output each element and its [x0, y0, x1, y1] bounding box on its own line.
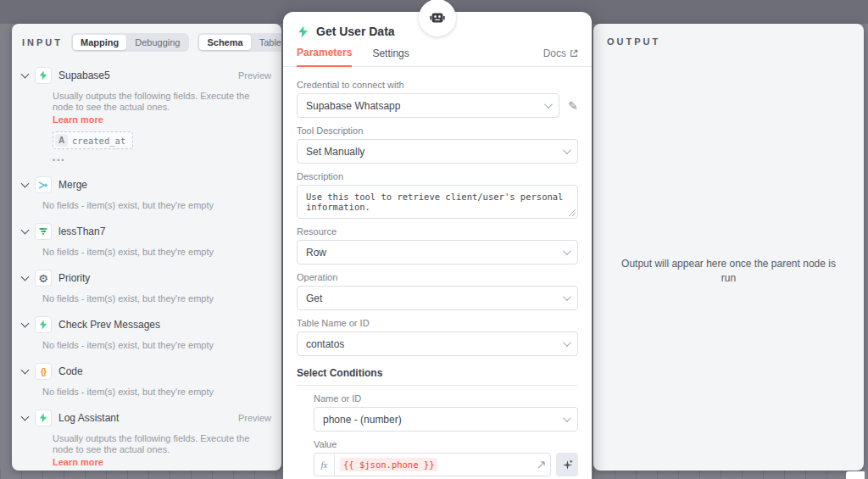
- chevron-down-icon: [563, 146, 571, 154]
- condition-name-value: phone - (number): [323, 414, 402, 426]
- filter-icon: [35, 223, 52, 240]
- preview-tag: Preview: [238, 413, 271, 423]
- chevron-down-icon: [563, 247, 571, 255]
- learn-more-link[interactable]: Learn more: [53, 114, 271, 125]
- string-type-icon: A: [55, 134, 68, 147]
- input-panel-title: INPUT: [22, 37, 63, 47]
- chevron-down-icon: [563, 414, 571, 422]
- node-name: Priority: [58, 272, 90, 284]
- resource-label: Resource: [297, 226, 578, 237]
- field-badge-label: created_at: [72, 136, 125, 146]
- chevron-down-icon: [544, 100, 553, 109]
- edit-credential-icon[interactable]: ✎: [568, 99, 578, 113]
- node-empty-caption: No fields - item(s) exist, but they're e…: [42, 293, 271, 304]
- supabase-icon: [35, 316, 52, 333]
- operation-label: Operation: [297, 272, 578, 282]
- code-braces-icon: {}: [35, 363, 52, 380]
- docs-label: Docs: [543, 47, 566, 59]
- output-empty-message: Output will appear here once the parent …: [615, 257, 843, 286]
- ai-agent-avatar: [419, 0, 456, 36]
- table-name-label: Table Name or ID: [297, 318, 578, 328]
- tab-table[interactable]: Table: [252, 35, 281, 50]
- node-row-lessthan7[interactable]: lessThan7: [22, 222, 271, 241]
- external-link-icon: [570, 49, 578, 58]
- preview-tag: Preview: [238, 70, 271, 81]
- tab-parameters[interactable]: Parameters: [297, 47, 352, 67]
- node-empty-caption: No fields - item(s) exist, but they're e…: [42, 247, 271, 258]
- node-empty-caption: No fields - item(s) exist, but they're e…: [42, 200, 271, 211]
- operation-value: Get: [306, 292, 322, 304]
- node-preview-caption: Usually outputs the following fields. Ex…: [53, 91, 271, 113]
- node-row-log-assistant[interactable]: Log Assistant Preview: [22, 409, 271, 427]
- chevron-down-icon: [21, 273, 30, 281]
- tool-description-value: Set Manually: [306, 146, 364, 158]
- input-view-toggle: Schema Table JSON: [198, 33, 281, 52]
- tool-description-label: Tool Description: [297, 125, 578, 136]
- resource-select[interactable]: Row: [297, 240, 578, 265]
- input-panel: INPUT Mapping Debugging Schema Table JSO…: [12, 24, 281, 471]
- condition-value-input[interactable]: fx {{ $json.phone }}: [314, 453, 551, 476]
- node-row-priority[interactable]: ⚙ Priority: [22, 269, 271, 287]
- credential-label: Credential to connect with: [297, 80, 578, 90]
- description-textarea[interactable]: Use this tool to retrieve client/user's …: [297, 185, 578, 219]
- field-badge-created-at[interactable]: A created_at: [53, 131, 133, 149]
- resource-value: Row: [306, 247, 326, 259]
- node-name: Supabase5: [58, 70, 110, 81]
- tab-debugging[interactable]: Debugging: [127, 35, 187, 50]
- gear-icon: ⚙: [35, 270, 52, 287]
- description-value: Use this tool to retrieve client/user's …: [306, 192, 563, 212]
- node-name: Code: [58, 365, 83, 377]
- tab-settings[interactable]: Settings: [372, 47, 409, 66]
- chevron-down-icon: [21, 70, 30, 79]
- condition-name-label: Name or ID: [314, 393, 578, 404]
- chevron-down-icon: [21, 226, 30, 235]
- chevron-down-icon: [21, 180, 30, 188]
- ai-assist-button[interactable]: [556, 453, 578, 476]
- chevron-down-icon: [21, 413, 30, 421]
- bottom-right-widget: [846, 471, 865, 479]
- node-empty-caption: No fields - item(s) exist, but they're e…: [42, 387, 271, 398]
- node-row-merge[interactable]: Merge: [22, 175, 271, 194]
- input-node-list: Supabase5 Preview Usually outputs the fo…: [12, 57, 281, 471]
- merge-icon: [35, 176, 52, 193]
- output-panel-title: OUTPUT: [607, 36, 660, 47]
- more-fields-ellipsis[interactable]: •••: [53, 156, 271, 164]
- docs-link[interactable]: Docs: [543, 47, 578, 66]
- node-row-supabase5[interactable]: Supabase5 Preview: [22, 66, 271, 85]
- expand-expression-icon[interactable]: [537, 461, 545, 469]
- resize-handle[interactable]: [569, 209, 576, 216]
- tab-mapping[interactable]: Mapping: [73, 35, 126, 50]
- condition-value-label: Value: [314, 439, 578, 449]
- node-name: Merge: [58, 179, 87, 191]
- operation-select[interactable]: Get: [297, 286, 578, 310]
- fx-expression-icon[interactable]: fx: [314, 454, 335, 476]
- node-name: Log Assistant: [58, 412, 119, 424]
- tool-description-select[interactable]: Set Manually: [297, 139, 578, 164]
- chevron-down-icon: [21, 320, 30, 328]
- select-conditions-header: Select Conditions: [297, 367, 578, 386]
- supabase-icon: [35, 67, 52, 84]
- credential-value: Supabase Whatsapp: [306, 100, 400, 112]
- node-name: lessThan7: [58, 226, 105, 237]
- table-name-select[interactable]: contatos: [297, 331, 578, 356]
- node-name: Check Prev Messages: [58, 319, 160, 331]
- table-name-value: contatos: [306, 338, 344, 350]
- node-empty-caption: No fields - item(s) exist, but they're e…: [42, 340, 271, 351]
- learn-more-link[interactable]: Learn more: [53, 457, 271, 467]
- node-row-check-prev-messages[interactable]: Check Prev Messages: [22, 315, 271, 334]
- node-row-code[interactable]: {} Code: [22, 362, 271, 381]
- input-mode-toggle: Mapping Debugging: [71, 33, 189, 52]
- expression-value: {{ $json.phone }}: [340, 458, 437, 471]
- credential-select[interactable]: Supabase Whatsapp: [297, 93, 559, 118]
- output-panel: OUTPUT Output will appear here once the …: [593, 24, 864, 471]
- robot-icon: [428, 8, 447, 27]
- node-preview-caption: Usually outputs the following fields. Ex…: [53, 433, 271, 455]
- chevron-down-icon: [563, 338, 571, 347]
- condition-name-select[interactable]: phone - (number): [314, 407, 578, 432]
- supabase-icon: [35, 409, 52, 426]
- description-label: Description: [297, 171, 578, 181]
- node-detail-modal: Get User Data Parameters Settings Docs C…: [283, 12, 592, 479]
- tab-schema[interactable]: Schema: [199, 35, 250, 50]
- chevron-down-icon: [563, 292, 571, 301]
- supabase-icon: [297, 25, 309, 38]
